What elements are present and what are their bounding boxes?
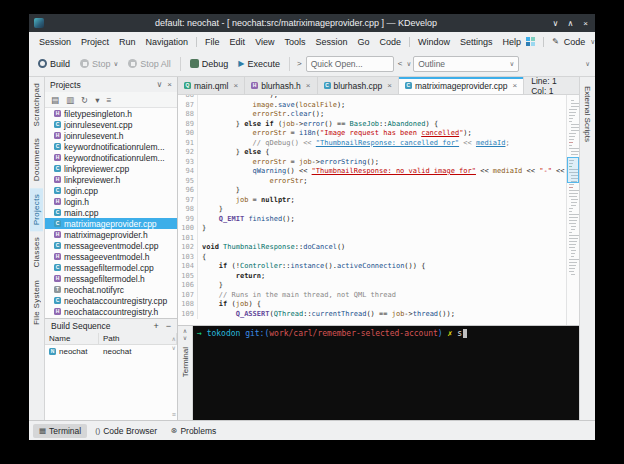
build-sequence-row[interactable]: N neochat neochat <box>45 345 177 357</box>
file-tree-item[interactable]: Cmatriximageprovider.cpp <box>45 218 177 229</box>
menu-item-navigation[interactable]: Navigation <box>141 37 194 47</box>
reload-icon[interactable]: ↻ <box>81 95 88 105</box>
dock-tab-classes[interactable]: Classes <box>30 231 43 274</box>
column-header-name[interactable]: Name <box>45 333 99 344</box>
duplicate-icon[interactable]: ▥ <box>66 95 74 105</box>
scroll-up-icon[interactable]: ∧ <box>172 335 176 342</box>
build-sequence-scrollbar[interactable]: ∧ ∨ ≡ <box>172 335 176 418</box>
chevron-down-icon[interactable]: ∨ <box>406 60 411 68</box>
build-sequence-panel: Build Sequence + − Name Path N neocha <box>45 318 177 420</box>
quick-open-input[interactable]: Quick Open... <box>306 56 394 72</box>
menu-item-edit[interactable]: Edit <box>225 37 251 47</box>
collapse-down-icon[interactable]: ∨ <box>183 335 187 342</box>
float-panel-icon[interactable]: ∨ <box>156 80 162 89</box>
file-tree-item[interactable]: Ckeywordnotificationrulem... <box>45 141 177 152</box>
statusbar-toggle-terminal[interactable]: ▦Terminal <box>33 424 87 438</box>
h-file-icon: H <box>54 132 61 139</box>
menu-item-view[interactable]: View <box>250 37 279 47</box>
execute-button[interactable]: ▶ Execute <box>234 57 284 71</box>
scroll-down-icon[interactable]: ∨ <box>172 344 176 351</box>
stop-button[interactable]: Stop ∨ <box>76 57 122 71</box>
menu-item-project[interactable]: Project <box>76 37 114 47</box>
toolbar-extension-icon[interactable]: > <box>295 59 304 68</box>
file-tree-item[interactable]: Hneochataccountregistry.h <box>45 306 177 317</box>
menu-item-code[interactable]: Code <box>375 37 407 47</box>
close-tab-icon[interactable]: × <box>306 81 311 90</box>
collapse-up-icon[interactable]: ∧ <box>183 328 187 335</box>
close-tab-icon[interactable]: × <box>512 81 517 90</box>
menu-item-file[interactable]: File <box>200 37 225 47</box>
resize-grip-icon[interactable]: ≡ <box>172 411 176 418</box>
file-tree-item[interactable]: Cneochataccountregistry.cpp <box>45 295 177 306</box>
project-file-tree[interactable]: Hfiletypesingleton.hCjoinrulesevent.cppH… <box>45 108 177 318</box>
menu-item-run[interactable]: Run <box>114 37 141 47</box>
dock-tab-file-system[interactable]: File System <box>30 274 43 331</box>
close-tab-icon[interactable]: × <box>387 81 392 90</box>
menu-item-go[interactable]: Go <box>353 37 375 47</box>
minimap-viewport[interactable] <box>567 157 579 183</box>
dock-tab-scratchpad[interactable]: Scratchpad <box>30 77 43 132</box>
editor-tab-blurhash-cpp[interactable]: Cblurhash.cpp× <box>318 77 399 94</box>
file-tree-item[interactable]: Hfiletypesingleton.h <box>45 108 177 119</box>
file-tree-item[interactable]: Hjoinrulesevent.h <box>45 130 177 141</box>
editor-tab-main-qml[interactable]: Qmain.qml× <box>178 77 245 94</box>
maximize-icon[interactable]: ∧ <box>563 19 578 28</box>
statusbar-toggle-code-browser[interactable]: ()Code Browser <box>89 424 163 438</box>
filter-icon[interactable]: ▾ <box>95 95 99 105</box>
close-tab-icon[interactable]: × <box>233 81 238 90</box>
options-icon[interactable]: ≡ <box>106 95 111 105</box>
file-tree-item[interactable]: Hlogin.h <box>45 196 177 207</box>
code-area[interactable]: 86 );87 image.save(localFile);88 errorSt… <box>178 95 566 325</box>
add-button[interactable]: + <box>153 321 158 331</box>
file-tree-item[interactable]: Cjoinrulesevent.cpp <box>45 119 177 130</box>
menu-item-session[interactable]: Session <box>311 37 353 47</box>
area-selector[interactable]: Code <box>564 37 586 47</box>
column-header-path[interactable]: Path <box>99 333 177 344</box>
menu-item-help[interactable]: Help <box>498 37 527 47</box>
terminal-text: ✗ <box>443 329 457 338</box>
remove-button[interactable]: − <box>166 321 171 331</box>
file-tree-item[interactable]: Cmessagefiltermodel.cpp <box>45 262 177 273</box>
minimap[interactable] <box>566 95 579 325</box>
line-content: errorStr = i18n("Image request has been … <box>202 129 566 139</box>
chevron-down-icon[interactable]: ∨ <box>114 60 119 68</box>
menu-item-tools[interactable]: Tools <box>279 37 310 47</box>
close-icon[interactable]: × <box>578 19 593 28</box>
statusbar-toggle-problems[interactable]: ⊗Problems <box>165 424 222 438</box>
cpp-file-icon: C <box>54 143 61 150</box>
dock-tab-documents[interactable]: Documents <box>30 132 43 187</box>
debug-button[interactable]: Debug <box>186 57 233 71</box>
file-tree-item[interactable]: Clogin.cpp <box>45 185 177 196</box>
titlebar[interactable]: default: neochat - [ neochat:src/matrixi… <box>29 14 595 32</box>
menu-item-settings[interactable]: Settings <box>455 37 498 47</box>
minimize-icon[interactable]: ∨ <box>548 19 563 28</box>
chevron-down-icon[interactable]: ∨ <box>585 60 590 68</box>
stop-all-button[interactable]: Stop All <box>124 57 175 71</box>
cursor-position-status: Line: 1 Col: 1 <box>524 77 579 94</box>
editor-tab-blurhash-h[interactable]: Hblurhash.h× <box>245 77 317 94</box>
editor-tab-matriximageprovider-cpp[interactable]: Cmatriximageprovider.cpp× <box>399 77 524 94</box>
terminal-output[interactable]: → tokodon git:(work/carl/remember-select… <box>193 326 579 420</box>
chevron-down-icon[interactable]: ∨ <box>590 38 595 46</box>
menu-item-window[interactable]: Window <box>413 37 455 47</box>
qml-file-icon: Q <box>184 82 191 89</box>
file-tree-item[interactable]: Clinkpreviewer.cpp <box>45 163 177 174</box>
menu-item-session[interactable]: Session <box>34 37 76 47</box>
file-tree-item[interactable]: Hkeywordnotificationrulem... <box>45 152 177 163</box>
code-editor[interactable]: 86 );87 image.save(localFile);88 errorSt… <box>178 95 579 325</box>
close-panel-icon[interactable]: × <box>167 80 172 89</box>
dock-tab-projects[interactable]: Projects <box>30 188 43 231</box>
dock-tab-external-scripts[interactable]: External Scripts <box>581 80 594 148</box>
file-tree-item[interactable]: Cmessageeventmodel.cpp <box>45 240 177 251</box>
file-tree-item[interactable]: Hmessageeventmodel.h <box>45 251 177 262</box>
chevron-left-icon[interactable]: < <box>396 59 405 68</box>
area-grid-icon[interactable] <box>526 37 535 46</box>
outline-input[interactable]: Outline ∨ <box>413 56 519 72</box>
file-tree-item[interactable]: Cmain.cpp <box>45 207 177 218</box>
file-tree-item[interactable]: Hlinkpreviewer.h <box>45 174 177 185</box>
file-tree-item[interactable]: Hmatriximageprovider.h <box>45 229 177 240</box>
file-tree-item[interactable]: Hmessagefiltermodel.h <box>45 273 177 284</box>
file-tree-item[interactable]: Tneochat.notifyrc <box>45 284 177 295</box>
build-button[interactable]: Build <box>34 57 74 71</box>
new-item-icon[interactable]: ▤ <box>51 95 59 105</box>
